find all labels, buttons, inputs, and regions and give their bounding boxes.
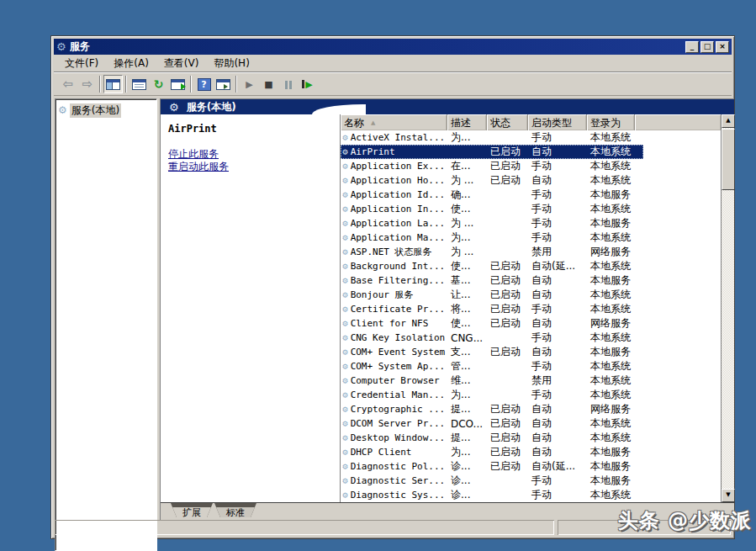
table-row[interactable]: ⚙Application Ho... 为 ... 已启动 自动 本地系统 bbox=[341, 173, 721, 188]
console-tree-panel: ⚙ 服务(本地) bbox=[55, 98, 157, 551]
table-row[interactable]: ⚙Application In... 使... 手动 本地系统 bbox=[341, 202, 721, 216]
service-gear-icon: ⚙ bbox=[342, 262, 348, 271]
list-header: 名称 ▲ 描述 状态 启动类型 登录为 bbox=[341, 114, 721, 130]
service-gear-icon: ⚙ bbox=[342, 233, 348, 242]
toolbar: ⇦ ⇨ ↻ ? ▶ ■ ▶ bbox=[54, 73, 732, 96]
table-row[interactable]: ⚙Diagnostic Pol... 诊... 已启动 自动(延... 本地服务 bbox=[341, 459, 721, 474]
menu-help[interactable]: 帮助(H) bbox=[206, 55, 256, 72]
selected-service-name: AirPrint bbox=[168, 123, 340, 135]
toolbar-separator bbox=[125, 76, 127, 93]
help-icon[interactable]: ? bbox=[194, 75, 214, 93]
table-row[interactable]: ⚙Client for NFS 使... 已启动 自动 网络服务 bbox=[341, 316, 721, 331]
restart-service-link[interactable]: 重启动此服务 bbox=[168, 161, 340, 173]
service-gear-icon: ⚙ bbox=[342, 376, 348, 385]
tab-standard[interactable]: 标准 bbox=[214, 503, 256, 517]
scroll-up-icon[interactable]: ▲ bbox=[722, 114, 735, 128]
service-gear-icon: ⚙ bbox=[342, 176, 348, 185]
service-gear-icon: ⚙ bbox=[342, 305, 348, 314]
start-service-icon[interactable]: ▶ bbox=[240, 75, 259, 93]
services-list: 名称 ▲ 描述 状态 启动类型 登录为 ⚙ActiveX Instal... 为… bbox=[340, 114, 734, 502]
status-bar-panel bbox=[55, 520, 554, 535]
window-title: 服务 bbox=[70, 40, 684, 54]
table-row[interactable]: ⚙DCOM Server Pr... DCO... 已启动 自动 本地系统 bbox=[341, 416, 721, 431]
desktop-background: ⚙ 服务 _ □ × 文件(F) 操作(A) 查看(V) 帮助(H) ⇦ ⇨ ↻… bbox=[0, 0, 756, 551]
close-button[interactable]: × bbox=[716, 41, 729, 53]
tab-extended[interactable]: 扩展 bbox=[171, 503, 213, 517]
table-row[interactable]: ⚙ActiveX Instal... 为... 手动 本地系统 bbox=[341, 130, 721, 145]
title-bar[interactable]: ⚙ 服务 _ □ × bbox=[54, 39, 732, 55]
table-row[interactable]: ⚙ASP.NET 状态服务 为 ... 禁用 网络服务 bbox=[341, 245, 721, 259]
table-row[interactable]: ⚙Application La... 为 ... 手动 本地服务 bbox=[341, 216, 721, 230]
column-header-name[interactable]: 名称 ▲ bbox=[341, 114, 447, 130]
taskpad-banner-title: 服务(本地) bbox=[187, 100, 236, 114]
services-window: ⚙ 服务 _ □ × 文件(F) 操作(A) 查看(V) 帮助(H) ⇦ ⇨ ↻… bbox=[50, 35, 735, 539]
properties-icon[interactable] bbox=[130, 75, 149, 93]
stop-service-link[interactable]: 停止此服务 bbox=[168, 148, 340, 161]
menu-bar: 文件(F) 操作(A) 查看(V) 帮助(H) bbox=[54, 55, 732, 72]
table-row[interactable]: ⚙Application Ex... 在... 已启动 手动 本地系统 bbox=[341, 159, 721, 173]
table-row[interactable]: ⚙COM+ System Ap... 管... 手动 本地系统 bbox=[341, 359, 721, 374]
services-banner-icon: ⚙ bbox=[169, 102, 179, 113]
services-node-icon: ⚙ bbox=[58, 105, 67, 116]
table-row[interactable]: ⚙Computer Browser 维... 禁用 本地系统 bbox=[341, 374, 721, 388]
service-gear-icon: ⚙ bbox=[342, 490, 348, 500]
service-gear-icon: ⚙ bbox=[342, 419, 348, 428]
column-header-startup-type[interactable]: 启动类型 bbox=[528, 114, 587, 130]
column-header-logon-as[interactable]: 登录为 bbox=[587, 114, 635, 130]
table-row[interactable]: ⚙Credential Man... 为... 手动 本地系统 bbox=[341, 388, 721, 402]
table-row[interactable]: ⚙Base Filtering... 基... 已启动 自动 本地服务 bbox=[341, 273, 721, 288]
service-gear-icon: ⚙ bbox=[342, 147, 348, 156]
column-header-status[interactable]: 状态 bbox=[487, 114, 528, 130]
service-gear-icon: ⚙ bbox=[342, 476, 348, 485]
menu-file[interactable]: 文件(F) bbox=[57, 55, 106, 72]
service-gear-icon: ⚙ bbox=[342, 448, 348, 457]
menu-view[interactable]: 查看(V) bbox=[156, 55, 207, 72]
tree-item-services-local[interactable]: ⚙ 服务(本地) bbox=[58, 103, 154, 118]
taskpad-banner: ⚙ 服务(本地) bbox=[161, 99, 734, 114]
restart-service-icon[interactable]: ▶ bbox=[298, 75, 317, 93]
service-gear-icon: ⚙ bbox=[342, 247, 348, 257]
table-row[interactable]: ⚙Application Ma... 为... 手动 本地系统 bbox=[341, 230, 721, 245]
table-row[interactable]: ⚙Desktop Window... 提... 已启动 自动 本地系统 bbox=[341, 431, 721, 445]
show-console-tree-icon[interactable] bbox=[103, 75, 123, 93]
service-gear-icon: ⚙ bbox=[342, 276, 348, 285]
service-gear-icon: ⚙ bbox=[342, 162, 348, 171]
table-row[interactable]: ⚙Certificate Pr... 将... 已启动 手动 本地系统 bbox=[341, 302, 721, 316]
back-icon[interactable]: ⇦ bbox=[58, 75, 77, 93]
refresh-icon[interactable]: ↻ bbox=[149, 75, 168, 93]
table-row[interactable]: ⚙CNG Key Isolation CNG... 手动 本地系统 bbox=[341, 331, 721, 345]
table-row[interactable]: ⚙AirPrint 已启动 自动 本地系统 bbox=[341, 145, 721, 159]
service-gear-icon: ⚙ bbox=[342, 290, 348, 299]
export-list-icon[interactable] bbox=[168, 75, 188, 93]
service-gear-icon: ⚙ bbox=[342, 219, 348, 228]
table-row[interactable]: ⚙Cryptographic ... 提... 已启动 自动 网络服务 bbox=[341, 402, 721, 416]
pause-service-icon[interactable] bbox=[278, 75, 298, 93]
forward-icon[interactable]: ⇨ bbox=[77, 75, 97, 93]
sort-ascending-icon: ▲ bbox=[371, 119, 375, 126]
service-gear-icon: ⚙ bbox=[342, 390, 348, 400]
table-row[interactable]: ⚙Diagnostic Sys... 诊... 手动 本地系统 bbox=[341, 488, 721, 502]
stop-service-icon[interactable]: ■ bbox=[259, 75, 278, 93]
table-row[interactable]: ⚙Diagnostic Ser... 诊... 手动 本地服务 bbox=[341, 474, 721, 488]
extended-view-icon[interactable] bbox=[214, 75, 233, 93]
vertical-scrollbar[interactable]: ▲ ▼ bbox=[721, 114, 734, 502]
service-gear-icon: ⚙ bbox=[342, 319, 348, 328]
table-row[interactable]: ⚙Background Int... 使... 已启动 自动(延... 本地系统 bbox=[341, 259, 721, 273]
service-gear-icon: ⚙ bbox=[342, 347, 348, 357]
minimize-button[interactable]: _ bbox=[685, 41, 699, 53]
maximize-button[interactable]: □ bbox=[700, 41, 714, 53]
watermark-text: 头条 @少数派 bbox=[618, 507, 752, 534]
scrollbar-thumb[interactable] bbox=[722, 129, 735, 190]
service-gear-icon: ⚙ bbox=[342, 133, 348, 142]
column-header-description[interactable]: 描述 bbox=[447, 114, 487, 130]
table-row[interactable]: ⚙Application Id... 确... 手动 本地服务 bbox=[341, 188, 721, 202]
service-gear-icon: ⚙ bbox=[342, 204, 348, 214]
tree-item-label: 服务(本地) bbox=[70, 103, 121, 118]
services-panel: ⚙ 服务(本地) AirPrint 停止此服务 重启动此服务 名称 ▲ 描述 bbox=[161, 98, 734, 521]
table-row[interactable]: ⚙COM+ Event System 支... 已启动 自动 本地服务 bbox=[341, 345, 721, 359]
scroll-down-icon[interactable]: ▼ bbox=[722, 489, 735, 502]
service-gear-icon: ⚙ bbox=[342, 362, 348, 371]
table-row[interactable]: ⚙DHCP Client 为... 已启动 自动 本地服务 bbox=[341, 445, 721, 459]
menu-action[interactable]: 操作(A) bbox=[106, 55, 156, 72]
table-row[interactable]: ⚙Bonjour 服务 让... 已启动 自动 本地系统 bbox=[341, 288, 721, 302]
